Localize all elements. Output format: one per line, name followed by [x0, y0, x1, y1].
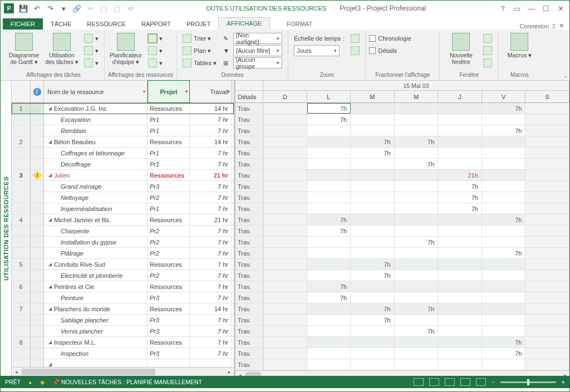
view-btn[interactable]: ▾	[82, 45, 101, 56]
tp-cell[interactable]	[263, 248, 307, 258]
tp-cell[interactable]	[351, 181, 395, 192]
tab-file[interactable]: FICHIER	[3, 18, 43, 30]
work-cell[interactable]: 7 hr	[190, 226, 232, 236]
timephased-row[interactable]: Trav.7h	[235, 226, 569, 237]
tp-cell[interactable]	[525, 114, 569, 125]
work-cell[interactable]: 7 hr	[190, 326, 232, 336]
tp-cell[interactable]	[482, 203, 526, 214]
project-cell[interactable]: Pr2	[148, 226, 190, 236]
tp-cell[interactable]: 7h	[395, 159, 439, 169]
tp-cell[interactable]	[395, 181, 439, 192]
grid-body[interactable]: 1Excavation J.G. IncRessources14 hrExcav…	[12, 103, 234, 367]
name-cell[interactable]: Installation du gypse	[44, 237, 148, 247]
resource-row[interactable]	[12, 359, 234, 367]
tp-cell[interactable]	[263, 136, 307, 147]
project-cell[interactable]: Pr3	[148, 292, 190, 303]
tp-cell[interactable]	[263, 281, 307, 292]
tp-cell[interactable]	[351, 214, 395, 225]
tab-format[interactable]: FORMAT	[270, 18, 329, 30]
row-number[interactable]	[12, 359, 31, 367]
tp-cell[interactable]: 7h	[482, 103, 526, 114]
project-cell[interactable]: Ressources	[148, 214, 190, 225]
tp-cell[interactable]	[482, 237, 526, 247]
name-cell[interactable]: Excavation J.G. Inc	[44, 103, 148, 114]
tp-cell[interactable]	[525, 237, 569, 247]
timescale-combo[interactable]: Jours	[292, 45, 347, 56]
tp-cell[interactable]	[263, 181, 307, 192]
minimize-icon[interactable]: —	[525, 4, 538, 13]
tp-cell[interactable]	[438, 103, 482, 114]
tp-cell[interactable]	[395, 148, 439, 158]
tab-tache[interactable]: TÂCHE	[43, 18, 79, 30]
sort-button[interactable]: Trier ▾	[180, 33, 219, 44]
tp-cell[interactable]	[525, 159, 569, 169]
project-cell[interactable]: Ressources	[148, 103, 190, 114]
tp-cell[interactable]	[482, 114, 526, 125]
tp-cell[interactable]	[525, 203, 569, 214]
tp-cell[interactable]	[438, 348, 482, 359]
resource-row[interactable]: 2Béton BeaulieuRessources14 hr	[12, 136, 234, 148]
work-cell[interactable]: 14 hr	[190, 303, 232, 314]
name-cell[interactable]: Planchers du monde	[44, 303, 148, 314]
tp-cell[interactable]	[525, 248, 569, 258]
tp-cell[interactable]: 7h	[351, 270, 395, 281]
tp-cell[interactable]: 7h	[395, 237, 439, 247]
view-shortcut[interactable]	[445, 378, 455, 386]
timephased-row[interactable]: Trav.7h	[235, 292, 569, 303]
view-shortcut[interactable]	[460, 378, 470, 386]
view-shortcut[interactable]	[429, 378, 439, 386]
resource-row[interactable]: 5Conduits Rive-SudRessources7 hr	[12, 259, 234, 270]
tp-cell[interactable]: 21h	[438, 170, 482, 180]
timephased-body[interactable]: Trav.7h7hTrav.7hTrav.7hTrav.7h7hTrav.7hT…	[235, 103, 569, 370]
timephased-row[interactable]: Trav.7h7h	[235, 136, 569, 148]
row-number[interactable]: 8	[12, 337, 31, 347]
work-cell[interactable]	[190, 359, 232, 367]
undo-icon[interactable]: ↶	[31, 2, 43, 14]
sign-in[interactable]: Connexion▯✕	[516, 22, 567, 30]
gantt-button[interactable]: Diagramme de Gantt ▾	[6, 32, 42, 65]
tp-cell[interactable]	[482, 359, 526, 370]
task-row[interactable]: Installation du gypsePr27 hr	[12, 237, 234, 248]
tp-cell[interactable]	[438, 359, 482, 370]
row-number[interactable]	[12, 292, 31, 303]
tp-cell[interactable]	[307, 303, 351, 314]
task-row[interactable]: PeinturePr37 hr	[12, 292, 234, 303]
close-doc-icon[interactable]: ✕	[559, 22, 564, 30]
task-row[interactable]: DécoffragePr17 hr	[12, 159, 234, 170]
tp-cell[interactable]	[525, 270, 569, 281]
tp-cell[interactable]	[263, 214, 307, 225]
row-number[interactable]	[12, 125, 31, 136]
zoom-slider[interactable]	[500, 381, 556, 383]
timephased-row[interactable]: Trav.7h	[235, 259, 569, 270]
qat-icon[interactable]: ⟲	[124, 2, 136, 14]
day-header[interactable]: L	[307, 91, 351, 103]
close-icon[interactable]: ✕	[554, 4, 567, 13]
tp-cell[interactable]	[438, 337, 482, 347]
tp-cell[interactable]	[263, 337, 307, 347]
tp-cell[interactable]	[482, 292, 526, 303]
tp-cell[interactable]	[438, 292, 482, 303]
ribbon-options-icon[interactable]: ▭	[510, 4, 524, 13]
row-number[interactable]: 4	[12, 214, 31, 225]
row-number[interactable]: 2	[12, 136, 31, 147]
row-number[interactable]	[12, 237, 31, 247]
tp-cell[interactable]	[438, 148, 482, 158]
tp-cell[interactable]	[438, 125, 482, 136]
row-number[interactable]	[12, 181, 31, 192]
win-btn[interactable]	[481, 45, 494, 56]
tp-cell[interactable]	[482, 181, 526, 192]
name-cell[interactable]: Peintres et Cie	[44, 281, 148, 292]
tp-cell[interactable]	[438, 270, 482, 281]
tp-cell[interactable]	[263, 315, 307, 325]
row-number[interactable]	[12, 203, 31, 214]
tab-ressource[interactable]: RESSOURCE	[79, 18, 134, 30]
tp-cell[interactable]	[351, 226, 395, 236]
tp-cell[interactable]	[438, 214, 482, 225]
work-cell[interactable]: 7 hr	[190, 270, 232, 281]
tp-cell[interactable]: 7h	[307, 292, 351, 303]
collapse-ribbon-icon[interactable]: ˆ	[564, 76, 567, 82]
resource-row[interactable]: 6Peintres et CieRessources7 hr	[12, 281, 234, 292]
tp-cell[interactable]	[482, 159, 526, 169]
tp-cell[interactable]	[525, 136, 569, 147]
tp-cell[interactable]	[482, 192, 526, 203]
